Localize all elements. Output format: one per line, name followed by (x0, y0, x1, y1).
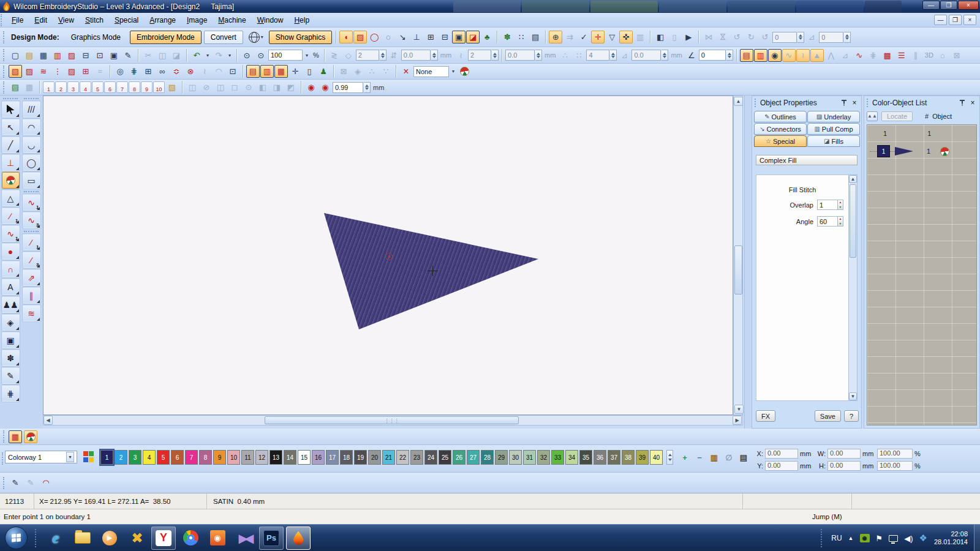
stitch-edit-icon[interactable]: ≷ (328, 49, 341, 62)
tack-tool[interactable]: ⊥ (2, 154, 20, 171)
hatch-icon[interactable]: ∥ (909, 49, 922, 62)
fan-stitch-icon[interactable]: ◠ (39, 476, 53, 489)
corner-icon[interactable]: ⊿ (617, 49, 631, 62)
skew-angle-input[interactable]: 0 (819, 32, 843, 43)
fragment-icon[interactable]: ≀ (198, 65, 211, 78)
underlay-double-icon[interactable]: ∞ (156, 65, 169, 78)
color-swatch-38[interactable]: 38 (622, 450, 635, 465)
background-image-icon[interactable]: ▣ (452, 31, 466, 43)
applique-tool[interactable]: ∩ (2, 261, 20, 277)
color-swatch-5[interactable]: 5 (157, 450, 170, 465)
stamp-4[interactable]: 4 (80, 81, 91, 93)
color-swatch-10[interactable]: 10 (227, 450, 240, 465)
needle-down-icon[interactable]: ▽ (605, 31, 619, 43)
save-button[interactable]: Save (815, 410, 841, 422)
taskbar-app-media-player[interactable]: ▶ (97, 527, 122, 550)
select-tool[interactable] (2, 101, 20, 118)
branch-1-icon[interactable]: ◫ (186, 81, 199, 94)
underlay-tatami-icon[interactable]: ⊞ (141, 65, 155, 78)
paste-icon[interactable]: ◪ (170, 49, 183, 62)
color-swatch-4[interactable]: 4 (143, 450, 156, 465)
camera-icon[interactable]: ⌂ (936, 49, 949, 62)
dots-grid-icon[interactable]: ∷ (514, 31, 528, 43)
spacing-input-spinner[interactable] (535, 50, 542, 61)
dashed-outline-icon[interactable]: ◌ (382, 31, 395, 43)
rectangle-tool[interactable]: ▭ (23, 172, 40, 189)
mirror-x-icon[interactable]: ⋈ (702, 31, 715, 43)
x-input[interactable]: 0.00 (765, 449, 798, 459)
pullcomp2-icon[interactable]: ⊗ (184, 65, 197, 78)
recipe-icon[interactable]: ▤ (9, 81, 22, 94)
child-close-button[interactable]: × (963, 15, 976, 25)
zoom-box-icon[interactable]: ⊙ (240, 49, 254, 62)
overlap-spinner[interactable]: ▲▼ (838, 200, 843, 210)
corner-input-spinner[interactable] (662, 50, 668, 61)
dropbox-icon[interactable]: ❖ (919, 533, 927, 544)
remove-color-icon[interactable]: − (693, 451, 706, 463)
zoom-icon[interactable]: ⊙ (254, 49, 268, 62)
nudge-large-icon[interactable]: ∷ (572, 49, 586, 62)
h-input[interactable]: 0.00 (827, 461, 861, 471)
rotate-cw-icon[interactable]: ↻ (744, 31, 758, 43)
nvidia-tray-icon[interactable]: ◉ (860, 534, 870, 542)
taskbar-app-acdsee[interactable]: ◉ (205, 527, 230, 550)
tree-view-icon[interactable]: ♣ (480, 31, 494, 43)
scroll-left-button[interactable]: ◀ (43, 416, 53, 425)
embroidery-mode-button[interactable]: Embroidery Mode (130, 31, 202, 44)
taskbar-app-yandex-browser[interactable]: Y (151, 527, 176, 550)
w-input[interactable]: 0.00 (827, 449, 861, 459)
rotate-ccw-icon[interactable]: ↺ (730, 31, 744, 43)
menu-window[interactable]: Window (252, 14, 289, 26)
color-swatch-36[interactable]: 36 (594, 450, 606, 465)
branch-8-icon[interactable]: ◩ (284, 81, 298, 94)
tray-expand-icon[interactable]: ▲ (848, 535, 854, 541)
taskbar-app-wilcom[interactable] (286, 527, 311, 550)
pattern-grid-icon[interactable]: ⊞ (79, 65, 92, 78)
stamp-3[interactable]: 3 (67, 81, 79, 93)
knife-tool[interactable]: ╱ (2, 137, 20, 153)
corner-input[interactable]: 0.0 (631, 50, 661, 61)
fill-n-icon[interactable]: ▤ (246, 65, 260, 78)
fx-button[interactable]: FX (756, 410, 775, 422)
needle-point-icon[interactable]: ✛ (591, 31, 605, 43)
show-functions-icon[interactable]: ≀ (796, 49, 810, 62)
color-swatch-19[interactable]: 19 (354, 450, 367, 465)
child-restore-button[interactable]: ❐ (949, 15, 962, 25)
nudge-count-input[interactable]: 4 (586, 50, 609, 61)
color-swatch-9[interactable]: 9 (213, 450, 226, 465)
palette-scroll-spinner[interactable] (666, 450, 673, 465)
color-swatch-7[interactable]: 7 (185, 450, 198, 465)
properties-scrollbar[interactable]: ▲ ▼ (848, 174, 858, 401)
pattern-wave-icon[interactable]: ≈ (93, 65, 107, 78)
object-thumbnail-triangle[interactable] (895, 147, 913, 156)
graphics-mode-button[interactable]: Graphics Mode (64, 31, 127, 44)
zoom-level-input[interactable]: 100 (268, 50, 303, 61)
satin-circle-tool[interactable]: ● (2, 243, 20, 260)
my-threads-icon[interactable] (83, 451, 95, 463)
child-minimize-button[interactable]: — (934, 15, 947, 25)
tab-outlines[interactable]: ✎Outlines (754, 111, 807, 122)
assign-threads-icon[interactable]: ▥ (708, 451, 720, 463)
volume-icon[interactable]: ◀) (904, 534, 913, 543)
branch-6-icon[interactable]: ◧ (256, 81, 270, 94)
freehand-tool[interactable]: ✎ (2, 367, 20, 384)
machine-icon[interactable]: ▥ (633, 31, 647, 43)
double-hatch-tool[interactable]: ∥ (23, 287, 40, 304)
object-color-swatch[interactable]: 1 (877, 145, 890, 157)
template-icon[interactable]: ▯ (303, 65, 316, 78)
color-swatch-2[interactable]: 2 (115, 450, 127, 465)
color-swatch-39[interactable]: 39 (636, 450, 649, 465)
stitch-player-icon[interactable]: ⇉ (563, 31, 576, 43)
taskbar-app-photoshop[interactable]: Ps (259, 527, 284, 550)
panel-close-icon[interactable]: × (968, 99, 977, 107)
dropdown-arrow-icon[interactable]: ▾ (303, 50, 311, 61)
tatami-pattern-5-icon[interactable]: ▨ (65, 65, 78, 78)
scroll-down-button[interactable]: ▼ (734, 405, 744, 414)
run-tool[interactable]: ∕1 (2, 208, 20, 224)
color-swatch-11[interactable]: 11 (241, 450, 254, 465)
monitor-icon[interactable]: ⊡ (226, 65, 239, 78)
tab-special[interactable]: ☆Special (754, 135, 807, 147)
tab-fills[interactable]: ◪Fills (807, 135, 860, 147)
dropdown-arrow-icon[interactable]: ▾ (450, 66, 457, 77)
color-swatch-13[interactable]: 13 (270, 450, 282, 465)
